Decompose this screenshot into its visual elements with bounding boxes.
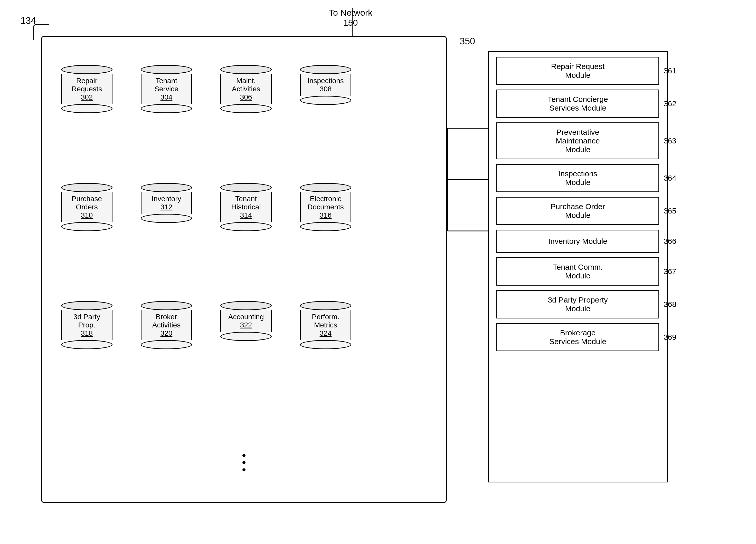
network-number: 150 <box>329 18 372 28</box>
label-134: 134 <box>21 15 36 26</box>
db-label: PurchaseOrders 310 <box>72 195 102 220</box>
module-label-line: Purchase Order <box>551 202 605 211</box>
diagram: 134 To Network 150 RepairRequests 302 Te… <box>0 0 756 544</box>
db-number: 310 <box>72 211 102 220</box>
db-bottom <box>300 222 351 231</box>
db-bottom <box>61 340 112 349</box>
module-label: InspectionsModule <box>558 169 597 187</box>
db-top <box>141 301 192 310</box>
db-bottom <box>220 104 272 113</box>
db-body: TenantService 304 <box>141 74 192 104</box>
dots-area <box>242 454 245 471</box>
main-box: RepairRequests 302 TenantService 304 Mai… <box>41 36 447 503</box>
db-item-312: Inventory 312 <box>137 175 196 283</box>
db-name-line: Prop. <box>78 321 96 329</box>
db-name-line: Tenant <box>156 77 177 85</box>
db-number: 308 <box>307 85 344 93</box>
db-label: 3d PartyProp. 318 <box>73 313 100 337</box>
module-label-line: Module <box>565 304 590 313</box>
module-item-361: Repair RequestModule 361 <box>496 57 659 85</box>
db-bottom <box>141 214 192 223</box>
db-top <box>300 301 351 310</box>
db-top <box>61 65 112 74</box>
db-body: BrokerActivities 320 <box>141 310 192 340</box>
db-name-line: Purchase <box>72 195 102 203</box>
db-item-324: Perform.Metrics 324 <box>296 293 355 401</box>
db-body: Maint.Activities 306 <box>220 74 272 104</box>
db-name-line: Perform. <box>312 313 339 321</box>
db-name-line: Requests <box>72 85 102 93</box>
db-name-line: Accounting <box>228 313 264 321</box>
db-name-line: Service <box>154 85 178 93</box>
module-label-line: Services Module <box>549 337 606 346</box>
module-number: 362 <box>664 99 676 108</box>
module-item-362: Tenant ConciergeServices Module 362 <box>496 90 659 118</box>
db-name-line: Orders <box>76 203 98 211</box>
module-number: 367 <box>664 267 676 276</box>
db-item-322: Accounting 322 <box>216 293 276 401</box>
module-label-line: Preventative <box>556 128 599 136</box>
label-350: 350 <box>460 36 475 47</box>
db-name-line: Historical <box>231 203 261 211</box>
db-body: PurchaseOrders 310 <box>61 192 112 222</box>
db-label: ElectronicDocuments 316 <box>307 195 344 220</box>
db-body: Accounting 322 <box>220 310 272 332</box>
dot-2 <box>242 461 245 464</box>
db-item-308: Inspections 308 <box>296 57 355 165</box>
db-name-line: Broker <box>156 313 177 321</box>
module-label: Purchase OrderModule <box>551 202 605 220</box>
db-item-320: BrokerActivities 320 <box>137 293 196 401</box>
db-item-310: PurchaseOrders 310 <box>57 175 116 283</box>
module-label: Tenant Comm.Module <box>553 263 603 280</box>
db-label: Accounting 322 <box>228 313 264 329</box>
db-bottom <box>220 222 272 231</box>
db-top <box>300 183 351 192</box>
db-name-line: 3d Party <box>73 313 100 321</box>
db-bottom <box>61 222 112 231</box>
db-item-314: TenantHistorical 314 <box>216 175 276 283</box>
db-grid: RepairRequests 302 TenantService 304 Mai… <box>57 57 355 401</box>
module-label: 3d Party PropertyModule <box>548 295 608 313</box>
db-name-line: Repair <box>76 77 97 85</box>
db-top <box>141 183 192 192</box>
db-bottom <box>61 104 112 113</box>
db-name-line: Inspections <box>307 77 344 85</box>
dot-3 <box>242 468 245 471</box>
db-label: Inspections 308 <box>307 77 344 93</box>
module-item-366: Inventory Module 366 <box>496 230 659 253</box>
module-item-369: BrokerageServices Module 369 <box>496 323 659 351</box>
module-label-line: Module <box>565 178 590 187</box>
db-bottom <box>220 332 272 341</box>
module-label-line: Module <box>565 71 590 79</box>
network-label: To Network 150 <box>329 8 372 28</box>
network-text: To Network <box>329 8 372 18</box>
module-label-line: Repair Request <box>551 62 604 71</box>
db-number: 312 <box>152 203 181 211</box>
db-body: TenantHistorical 314 <box>220 192 272 222</box>
module-label-line: Module <box>565 211 590 220</box>
db-number: 324 <box>312 329 339 337</box>
db-name-line: Electronic <box>310 195 342 203</box>
db-bottom <box>141 340 192 349</box>
db-number: 322 <box>228 321 264 329</box>
module-number: 368 <box>664 300 676 309</box>
module-label: Tenant ConciergeServices Module <box>547 95 608 112</box>
db-body: 3d PartyProp. 318 <box>61 310 112 340</box>
module-label: PreventativeMaintenanceModule <box>556 128 600 154</box>
db-name-line: Tenant <box>235 195 257 203</box>
db-top <box>61 183 112 192</box>
module-number: 366 <box>664 237 676 246</box>
module-label-line: 3d Party Property <box>548 295 608 304</box>
db-number: 320 <box>152 329 181 337</box>
db-number: 304 <box>154 93 178 101</box>
dot-1 <box>242 454 245 457</box>
module-item-365: Purchase OrderModule 365 <box>496 197 659 225</box>
module-label-line: Module <box>565 272 590 280</box>
module-label-line: Brokerage <box>560 328 596 337</box>
module-label-line: Module <box>565 145 590 154</box>
module-label: Inventory Module <box>548 237 607 246</box>
db-name-line: Documents <box>307 203 344 211</box>
db-label: Maint.Activities 306 <box>232 77 260 101</box>
module-label-line: Inventory Module <box>548 237 607 245</box>
db-name-line: Inventory <box>152 195 181 203</box>
